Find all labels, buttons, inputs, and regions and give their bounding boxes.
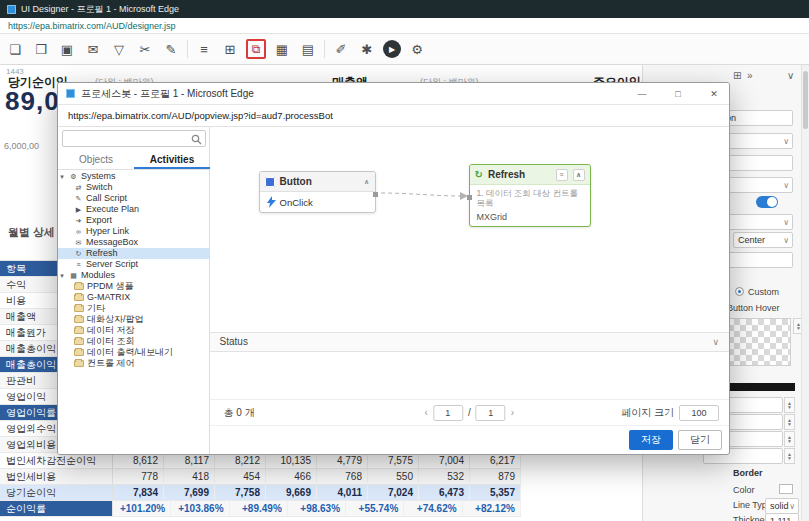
tree-item-call-script[interactable]: ✎Call Script: [58, 193, 210, 204]
page-url[interactable]: https://epa.bimatrix.com/AUD/designer.js…: [8, 21, 176, 31]
address-bar[interactable]: https://epa.bimatrix.com/AUD/designer.js…: [0, 18, 809, 34]
tree-item-g-matrix[interactable]: G-MATRIX: [58, 292, 210, 303]
list-icon[interactable]: ≡: [194, 39, 214, 59]
minimize-button[interactable]: —: [627, 83, 657, 105]
save-button[interactable]: 저장: [629, 430, 673, 450]
button-node-header[interactable]: Button ∧: [260, 172, 375, 192]
row-label: 순이익률: [0, 501, 113, 516]
expander-icon[interactable]: ▾: [58, 270, 66, 281]
current-page-input[interactable]: 1: [433, 405, 463, 421]
custom-radio-label: Custom: [748, 287, 779, 297]
panel-scrollbar[interactable]: [801, 65, 809, 521]
messagebox-icon: ✉: [74, 237, 83, 248]
net-income-value: 89,0: [5, 86, 60, 117]
tree-root-systems[interactable]: ▾⚙Systems: [58, 171, 210, 182]
expander-icon[interactable]: ▾: [58, 171, 66, 182]
spin-4[interactable]: ▲▼: [784, 448, 795, 464]
flow-canvas[interactable]: Button ∧ OnClick ↻ Refresh: [210, 127, 729, 332]
thickness-field[interactable]: 1.111: [765, 513, 799, 521]
tab-objects[interactable]: Objects: [58, 151, 134, 169]
row-value: 7,758: [215, 485, 266, 500]
execute-plan-icon: ▶: [74, 204, 83, 215]
gear-icon: ⚙: [69, 171, 78, 182]
lightning-icon: [267, 196, 276, 208]
table-row[interactable]: 법인세차감전순이익8,6128,1178,21210,1354,7797,575…: [0, 453, 521, 469]
popup-address-bar[interactable]: https://epa.bimatrix.com/AUD/popview.jsp…: [58, 105, 729, 127]
spin-3[interactable]: ▲▼: [784, 431, 795, 447]
tree-item-switch[interactable]: ⇄Switch: [58, 182, 210, 193]
align-select[interactable]: Center∨: [733, 232, 793, 248]
dataset-icon[interactable]: ▤: [298, 39, 318, 59]
process-bot-icon[interactable]: ⧉: [246, 39, 266, 59]
edit-pencil-icon[interactable]: ✎: [161, 39, 181, 59]
button-node-out-port[interactable]: [373, 192, 378, 197]
tree-item-컨트롤-제어[interactable]: 컨트롤 제어: [58, 358, 210, 369]
close-button[interactable]: 닫기: [678, 430, 722, 450]
button-node[interactable]: Button ∧ OnClick: [259, 171, 376, 213]
collapse-chevron-icon[interactable]: ∧: [364, 178, 370, 186]
panel-scrollbar-thumb[interactable]: [803, 71, 808, 129]
tree-item-hyper-link[interactable]: ∞Hyper Link: [58, 226, 210, 237]
maximize-button[interactable]: □: [663, 83, 693, 105]
calendar-icon[interactable]: ▦: [272, 39, 292, 59]
close-window-button[interactable]: ✕: [699, 83, 729, 105]
enabled-toggle[interactable]: [756, 196, 778, 208]
tree-item-messagebox[interactable]: ✉MessageBox: [58, 237, 210, 248]
refresh-node-collapse-icon[interactable]: ∧: [573, 169, 585, 181]
refresh-node-in-port[interactable]: [467, 195, 472, 200]
cut-icon[interactable]: ✂: [135, 39, 155, 59]
table-row[interactable]: 당기순이익7,8347,6997,7589,6694,0117,0246,473…: [0, 485, 521, 501]
toolbar-separator: [187, 40, 188, 58]
row-value: 8,612: [113, 453, 164, 468]
row-value: 550: [368, 469, 419, 484]
custom-radio[interactable]: [735, 287, 744, 296]
table-row[interactable]: 법인세비용778418454466768550532879: [0, 469, 521, 485]
play-icon[interactable]: ▶: [383, 40, 401, 58]
tab-activities[interactable]: Activities: [134, 151, 210, 169]
tree-item-대화상자-팝업[interactable]: 대화상자/팝업: [58, 314, 210, 325]
designer-toolbar: ❏❒▣✉▽✂✎≡⊞⧉▦▤✐✱▶⚙: [0, 34, 809, 65]
status-section-header[interactable]: Status ∨: [210, 332, 729, 352]
refresh-node-target[interactable]: MXGrid: [470, 212, 590, 226]
open-folder-icon[interactable]: ❒: [31, 39, 51, 59]
tree-item-execute-plan[interactable]: ▶Execute Plan: [58, 204, 210, 215]
mail-icon[interactable]: ✉: [83, 39, 103, 59]
processbot-popup-window: 프로세스봇 - 프로필 1 - Microsoft Edge — □ ✕ htt…: [57, 82, 730, 455]
tree-item-데이터-저장[interactable]: 데이터 저장: [58, 325, 210, 336]
new-document-icon[interactable]: ❏: [5, 39, 25, 59]
row-value: 7,575: [368, 453, 419, 468]
search-input[interactable]: [62, 130, 206, 147]
next-page-icon[interactable]: ›: [511, 407, 514, 418]
refresh-node-header[interactable]: ↻ Refresh ≡ ∧: [470, 165, 590, 185]
panel-chevron-icon[interactable]: ∨: [787, 70, 794, 81]
tree-item-데이터-출력-내보내기[interactable]: 데이터 출력/내보내기: [58, 347, 210, 358]
tree-item-기타[interactable]: 기타: [58, 303, 210, 314]
compose-icon[interactable]: ✐: [331, 39, 351, 59]
tree-item-데이터-조회[interactable]: 데이터 조회: [58, 336, 210, 347]
button-node-event[interactable]: OnClick: [280, 197, 313, 208]
tree-item-export[interactable]: ➜Export: [58, 215, 210, 226]
table-row[interactable]: 순이익률+101.20%+103.86%+89.49%+98.63%+55.74…: [0, 501, 521, 517]
save-icon[interactable]: ▣: [57, 39, 77, 59]
spin-2[interactable]: ▲▼: [784, 414, 795, 430]
panel-collapse-icon[interactable]: »: [747, 70, 753, 81]
toolbar-separator: [324, 40, 325, 58]
link-icon[interactable]: ⊞: [220, 39, 240, 59]
status-chevron-icon[interactable]: ∨: [712, 337, 719, 347]
tree-root-modules[interactable]: ▾▦Modules: [58, 270, 210, 281]
filter-icon[interactable]: ▽: [109, 39, 129, 59]
refresh-node-menu-icon[interactable]: ≡: [556, 169, 568, 181]
border-color-swatch[interactable]: [779, 484, 793, 494]
gear-icon[interactable]: ⚙: [407, 39, 427, 59]
tree-item-refresh[interactable]: ↻Refresh: [58, 248, 210, 259]
prev-page-icon[interactable]: ‹: [425, 407, 428, 418]
panel-grid-icon[interactable]: ⊞: [733, 70, 741, 81]
line-type-select[interactable]: solid∨: [765, 498, 799, 514]
page-size-input[interactable]: 100: [679, 405, 719, 421]
tree-item-server-script[interactable]: ≡Server Script: [58, 259, 210, 270]
tree-item-ppdm-샘플[interactable]: PPDM 샘플: [58, 281, 210, 292]
spin-1[interactable]: ▲▼: [784, 397, 795, 413]
tools-icon[interactable]: ✱: [357, 39, 377, 59]
refresh-node[interactable]: ↻ Refresh ≡ ∧ 1. 데이터 조회 대상 컨트롤 목록 MXGrid: [469, 164, 591, 227]
popup-url[interactable]: https://epa.bimatrix.com/AUD/popview.jsp…: [68, 110, 333, 121]
